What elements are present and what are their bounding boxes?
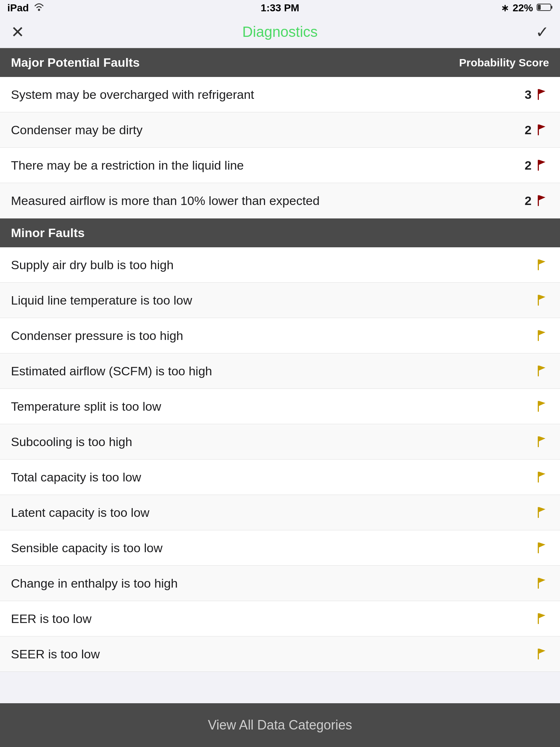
battery-percent: 22%	[513, 2, 533, 14]
svg-marker-7	[539, 124, 545, 129]
fault-flag	[535, 364, 549, 378]
svg-marker-17	[539, 330, 545, 335]
minor-faults-header: Minor Faults	[0, 218, 560, 247]
svg-rect-14	[538, 295, 539, 306]
fault-text: Subcooling is too high	[11, 435, 535, 449]
svg-marker-31	[539, 578, 545, 583]
yellow-flag-icon	[535, 258, 549, 272]
fault-flag	[535, 258, 549, 272]
red-flag-icon	[535, 194, 549, 208]
confirm-button[interactable]: ✓	[536, 23, 549, 41]
svg-rect-3	[538, 5, 541, 10]
fault-flag	[535, 647, 549, 661]
fault-text: System may be overcharged with refrigera…	[11, 88, 525, 102]
fault-text: Condenser pressure is too high	[11, 329, 535, 343]
svg-rect-10	[538, 195, 539, 206]
fault-score: 2	[525, 123, 549, 137]
svg-marker-9	[539, 160, 545, 165]
table-row: Condenser may be dirty 2	[0, 112, 560, 148]
svg-rect-30	[538, 578, 539, 589]
svg-rect-8	[538, 160, 539, 171]
major-faults-header: Major Potential Faults Probability Score	[0, 48, 560, 77]
fault-score: 2	[525, 194, 549, 208]
status-bar: iPad 1:33 PM ∗ 22%	[0, 0, 560, 16]
table-row: Temperature split is too low	[0, 389, 560, 424]
svg-rect-28	[538, 542, 539, 553]
table-row: Measured airflow is more than 10% lower …	[0, 183, 560, 218]
yellow-flag-icon	[535, 329, 549, 342]
fault-text: Liquid line temperature is too low	[11, 293, 535, 307]
fault-score: 3	[525, 88, 549, 102]
yellow-flag-icon	[535, 541, 549, 555]
svg-rect-18	[538, 365, 539, 376]
table-row: Subcooling is too high	[0, 424, 560, 460]
yellow-flag-icon	[535, 470, 549, 484]
table-row: EER is too low	[0, 601, 560, 636]
fault-text: Temperature split is too low	[11, 399, 535, 414]
fault-text: Latent capacity is too low	[11, 506, 535, 520]
fault-text: Measured airflow is more than 10% lower …	[11, 194, 525, 208]
svg-marker-11	[539, 195, 545, 200]
yellow-flag-icon	[535, 435, 549, 449]
battery-icon	[537, 2, 553, 14]
svg-rect-34	[538, 649, 539, 659]
fault-score: 2	[525, 158, 549, 173]
table-row: Change in enthalpy is too high	[0, 566, 560, 601]
fault-text: EER is too low	[11, 612, 535, 626]
fault-text: Supply air dry bulb is too high	[11, 258, 535, 272]
close-button[interactable]: ✕	[11, 23, 24, 41]
svg-marker-13	[539, 259, 545, 264]
svg-marker-21	[539, 401, 545, 406]
table-row: Liquid line temperature is too low	[0, 283, 560, 318]
red-flag-icon	[535, 123, 549, 137]
table-row: Total capacity is too low	[0, 460, 560, 495]
svg-rect-22	[538, 436, 539, 447]
fault-text: Estimated airflow (SCFM) is too high	[11, 364, 535, 378]
bluetooth-icon: ∗	[501, 3, 509, 14]
major-faults-list: System may be overcharged with refrigera…	[0, 77, 560, 218]
svg-marker-29	[539, 542, 545, 547]
major-faults-title: Major Potential Faults	[11, 55, 140, 70]
fault-flag	[535, 612, 549, 626]
red-flag-icon	[535, 158, 549, 172]
svg-rect-24	[538, 472, 539, 483]
yellow-flag-icon	[535, 364, 549, 378]
status-time: 1:33 PM	[261, 2, 299, 14]
fault-flag	[535, 506, 549, 519]
page-title: Diagnostics	[242, 24, 318, 40]
table-row: SEER is too low	[0, 636, 560, 672]
svg-rect-12	[538, 259, 539, 270]
fault-text: There may be a restriction in the liquid…	[11, 158, 525, 173]
nav-bar: ✕ Diagnostics ✓	[0, 16, 560, 48]
table-row: Estimated airflow (SCFM) is too high	[0, 353, 560, 389]
fault-flag	[535, 541, 549, 555]
yellow-flag-icon	[535, 647, 549, 661]
view-all-button[interactable]: View All Data Categories	[0, 703, 560, 747]
svg-marker-35	[539, 649, 545, 654]
yellow-flag-icon	[535, 576, 549, 590]
svg-marker-5	[539, 89, 545, 94]
svg-marker-15	[539, 295, 545, 300]
table-row: Sensible capacity is too low	[0, 530, 560, 566]
status-right: ∗ 22%	[501, 2, 553, 14]
svg-marker-19	[539, 365, 545, 371]
table-row: Condenser pressure is too high	[0, 318, 560, 353]
fault-text: Change in enthalpy is too high	[11, 576, 535, 591]
wifi-icon	[33, 3, 45, 14]
fault-flag	[535, 293, 549, 307]
fault-flag	[535, 329, 549, 342]
svg-marker-23	[539, 436, 545, 441]
svg-marker-33	[539, 613, 545, 618]
view-all-label: View All Data Categories	[208, 717, 352, 733]
svg-marker-25	[539, 472, 545, 477]
status-left: iPad	[7, 2, 45, 14]
fault-text: SEER is too low	[11, 647, 535, 661]
table-row: Latent capacity is too low	[0, 495, 560, 530]
svg-rect-16	[538, 330, 539, 341]
yellow-flag-icon	[535, 293, 549, 307]
svg-rect-26	[538, 507, 539, 518]
minor-faults-title: Minor Faults	[11, 226, 85, 240]
yellow-flag-icon	[535, 399, 549, 413]
minor-faults-list: Supply air dry bulb is too high Liquid l…	[0, 247, 560, 672]
probability-score-label: Probability Score	[459, 57, 549, 69]
